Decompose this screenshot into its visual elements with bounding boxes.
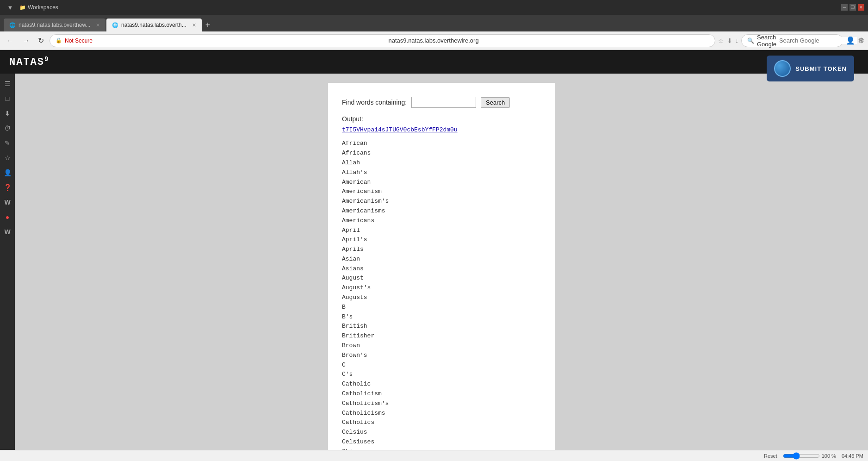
list-item: B (342, 303, 541, 312)
nav-extra2-icon[interactable]: ↓ (735, 37, 738, 44)
list-item: April's (342, 235, 541, 245)
tab1-icon: 🌐 (9, 22, 16, 28)
list-item: Catholicism's (342, 399, 541, 409)
list-item: Celsiuses (342, 437, 541, 447)
list-item: Britisher (342, 331, 541, 341)
refresh-button[interactable]: ↻ (35, 34, 47, 47)
app-header: NATAS9 (0, 50, 868, 74)
sidebar-icon-w2[interactable]: W (1, 225, 14, 238)
content-card: Find words containing: Search Output: t7… (328, 83, 555, 461)
sidebar-icon-bookmarks[interactable]: ☆ (1, 151, 14, 164)
list-item: April (342, 226, 541, 236)
nav-bar: ← → ↻ 🔒 Not Secure natas9.natas.labs.ove… (0, 31, 868, 50)
list-item: Catholicisms (342, 409, 541, 418)
submit-token-button[interactable]: Submit Token (767, 56, 854, 81)
page-area: Find words containing: Search Output: t7… (15, 74, 868, 461)
list-item: Catholic (342, 380, 541, 389)
settings-icon[interactable]: ⚙ (858, 36, 864, 45)
tab-1[interactable]: 🌐 natas9.natas.labs.overthew... ✕ (4, 19, 105, 31)
browser-menu-icon[interactable]: ▼ (4, 1, 17, 14)
search-form: Find words containing: Search (342, 97, 541, 108)
sidebar-icon-help[interactable]: ❓ (1, 181, 14, 194)
nav-extra-icon[interactable]: ⬇ (727, 37, 732, 44)
status-bar: Reset 100 % 04:46 PM (0, 450, 868, 461)
sidebar-icon-tabs[interactable]: □ (1, 92, 14, 105)
list-item: Catholicism (342, 389, 541, 399)
bookmark-icon[interactable]: ☆ (718, 37, 724, 44)
list-item: Americanism (342, 187, 541, 197)
search-icon: 🔍 (747, 37, 754, 44)
list-item: C's (342, 370, 541, 380)
list-item: Celsius (342, 428, 541, 437)
sidebar-icon-profile[interactable]: 👤 (1, 166, 14, 179)
list-item: Aprils (342, 245, 541, 255)
sidebar-icon-w[interactable]: W (1, 196, 14, 209)
sidebar-icon-history[interactable]: ⏱ (1, 122, 14, 135)
list-item: August's (342, 283, 541, 293)
new-tab-button[interactable]: + (203, 19, 213, 31)
app-title: NATAS9 (9, 56, 49, 68)
tabs-bar: 🌐 natas9.natas.labs.overthew... ✕ 🌐 nata… (0, 15, 868, 31)
tab2-close[interactable]: ✕ (192, 22, 196, 28)
title-bar: ▼ 📁 Workspaces ─ ❐ ✕ (0, 0, 868, 15)
reset-label: Reset (764, 453, 777, 459)
security-label: Not Secure (65, 37, 386, 44)
address-bar[interactable]: 🔒 Not Secure natas9.natas.labs.overthewi… (50, 34, 715, 47)
list-item: Allah's (342, 168, 541, 178)
list-item: American (342, 178, 541, 187)
security-icon: 🔒 (56, 37, 62, 44)
forward-button[interactable]: → (19, 35, 32, 47)
zoom-level: 100 % (822, 453, 836, 459)
list-item: British (342, 322, 541, 331)
tab2-icon: 🌐 (112, 22, 118, 28)
list-item: Asians (342, 264, 541, 274)
tab1-close[interactable]: ✕ (96, 22, 100, 28)
restore-button[interactable]: ❐ (849, 4, 856, 11)
sidebar-icon-download[interactable]: ⬇ (1, 107, 14, 120)
form-label: Find words containing: (342, 99, 407, 106)
list-item: B's (342, 312, 541, 322)
list-item: Asian (342, 255, 541, 264)
sidebar-icon-red[interactable]: ● (1, 211, 14, 224)
zoom-control: 100 % (783, 452, 836, 460)
list-item: Catholics (342, 418, 541, 428)
tab2-label: natas9.natas.labs.overth... (121, 22, 186, 28)
list-item: Africans (342, 149, 541, 158)
close-button[interactable]: ✕ (858, 4, 864, 11)
list-item: Allah (342, 158, 541, 168)
sidebar: ☰ □ ⬇ ⏱ ✎ ☆ 👤 ❓ W ● W ⊞ ⚙ (0, 74, 15, 461)
list-item: Americans (342, 216, 541, 226)
back-button[interactable]: ← (4, 35, 17, 47)
tab-2[interactable]: 🌐 natas9.natas.labs.overth... ✕ (106, 19, 202, 31)
globe-icon (774, 60, 791, 77)
tab1-label: natas9.natas.labs.overthew... (19, 22, 90, 28)
list-item: Americanism's (342, 197, 541, 206)
profile-icon[interactable]: 👤 (846, 36, 855, 45)
window-controls: ─ ❐ ✕ (841, 4, 864, 11)
list-item: African (342, 139, 541, 149)
list-item: C (342, 361, 541, 370)
sidebar-icon-notes[interactable]: ✎ (1, 137, 14, 150)
list-item: Americanisms (342, 206, 541, 216)
list-item: August (342, 274, 541, 283)
url-display: natas9.natas.labs.overthewire.org (389, 37, 710, 44)
output-label: Output: (342, 115, 541, 123)
main-layout: ☰ □ ⬇ ⏱ ✎ ☆ 👤 ❓ W ● W ⊞ ⚙ Find words con… (0, 74, 868, 461)
word-list: AfricanAfricansAllahAllah'sAmericanAmeri… (342, 139, 541, 461)
list-item: Brown's (342, 351, 541, 361)
minimize-button[interactable]: ─ (841, 4, 848, 11)
word-search-input[interactable] (411, 97, 476, 108)
sidebar-icon-menu[interactable]: ☰ (1, 77, 14, 90)
time-display: 04:46 PM (842, 453, 863, 459)
search-bar[interactable]: 🔍 Search Google ▾ (741, 34, 843, 47)
search-label: Search Google (757, 34, 776, 48)
search-input[interactable] (779, 37, 857, 44)
list-item: Augusts (342, 293, 541, 303)
search-button[interactable]: Search (481, 97, 510, 108)
workspaces-button[interactable]: 📁 Workspaces (19, 4, 58, 11)
list-item: Brown (342, 341, 541, 351)
output-link[interactable]: t7I5VHvpa14sJTUGV0cbEsbYfFP2dm0u (342, 126, 541, 133)
zoom-slider[interactable] (783, 452, 820, 460)
